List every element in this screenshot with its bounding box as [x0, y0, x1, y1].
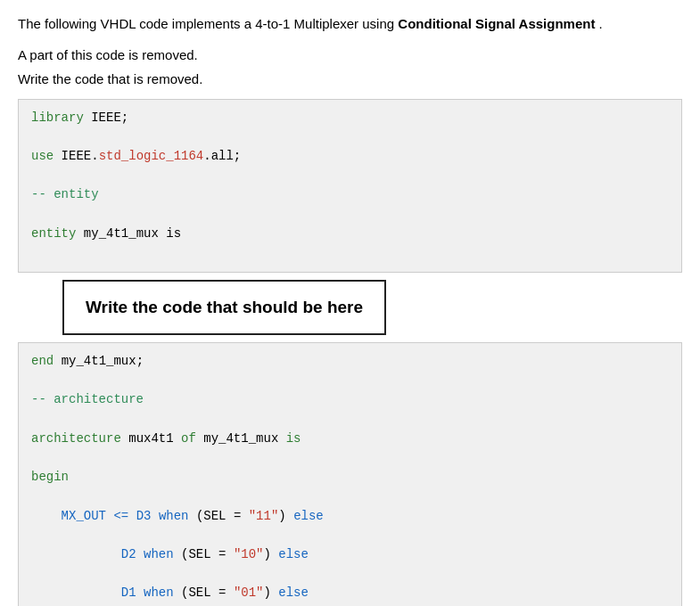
else-2: else — [278, 547, 309, 561]
code-line-11: D1 when (SEL = "01") else — [31, 584, 669, 603]
kw-is: is — [278, 431, 301, 446]
code-line-1: library IEEE; — [31, 109, 669, 128]
kw-library: library — [31, 111, 84, 125]
kw-begin: begin — [31, 470, 69, 484]
code-line-3: -- entity — [31, 185, 669, 205]
placeholder-box: Write the code that should be here — [62, 280, 386, 335]
code-block-2: end my_4t1_mux; -- architecture architec… — [18, 342, 682, 606]
arch-entity: my_4t1_mux — [203, 431, 278, 446]
when-3: when — [144, 586, 174, 600]
val-01: "01" — [234, 586, 264, 600]
intro-paragraph: The following VHDL code implements a 4-t… — [18, 14, 682, 35]
code-line-9: MX_OUT <= D3 when (SEL = "11") else — [31, 507, 669, 527]
else-1: else — [293, 509, 324, 523]
ieee-name: IEEE; — [91, 111, 128, 125]
intro-text-bold: Conditional Signal Assignment — [398, 16, 595, 31]
code-block: library IEEE; use IEEE.std_logic_1164.al… — [18, 99, 682, 274]
intro-text-part2: . — [595, 16, 602, 31]
val-11: "11" — [249, 509, 279, 523]
val-10: "10" — [234, 547, 264, 561]
code-line-6: -- architecture — [31, 390, 669, 410]
code-line-10: D2 when (SEL = "10") else — [31, 545, 669, 565]
code-line-5: end my_4t1_mux; — [31, 352, 669, 372]
intro-text-part1: The following VHDL code implements a 4-t… — [18, 16, 398, 31]
kw-of: of — [174, 431, 204, 446]
code-line-2: use IEEE.std_logic_1164.all; — [31, 147, 669, 167]
write-removed-text: Write the code that is removed. — [18, 71, 682, 86]
entity-name-1: my_4t1_mux — [84, 226, 159, 241]
entity-name-end: my_4t1_mux — [62, 354, 136, 368]
kw-end-1: end — [31, 354, 54, 368]
code-line-7: architecture mux4t1 of my_4t1_mux is — [31, 430, 669, 449]
else-3: else — [278, 586, 309, 600]
d1: D1 — [121, 586, 136, 600]
when-2: when — [144, 547, 174, 561]
entity-is: is — [159, 226, 181, 241]
comment-entity: -- entity — [31, 187, 99, 201]
comment-architecture: -- architecture — [31, 392, 144, 406]
code-line-4: entity my_4t1_mux is — [31, 225, 669, 244]
when-1: when — [159, 509, 189, 523]
kw-entity: entity — [31, 226, 76, 241]
part-removed-text: A part of this code is removed. — [18, 47, 682, 62]
code-line-8: begin — [31, 468, 669, 487]
std-logic-1164: std_logic_1164 — [99, 149, 204, 163]
assign-op: <= — [113, 509, 128, 523]
mx-out: MX_OUT — [62, 509, 106, 523]
arch-name: mux4t1 — [128, 431, 173, 446]
placeholder-text: Write the code that should be here — [86, 298, 363, 316]
d3: D3 — [136, 509, 152, 523]
d2: D2 — [121, 547, 136, 561]
kw-architecture: architecture — [31, 431, 121, 446]
kw-use: use — [31, 149, 54, 163]
